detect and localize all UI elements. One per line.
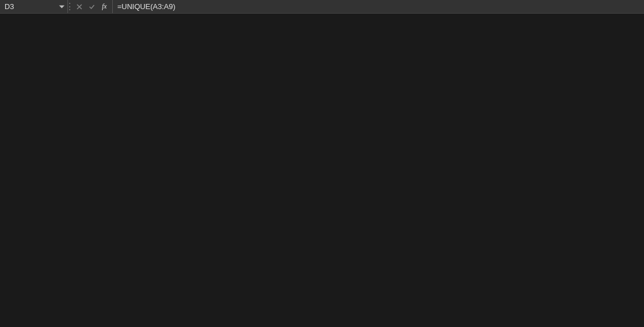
formula-bar: D3 ⋮ fx =UNIQUE(A3:A9) [0,0,644,14]
name-box-value: D3 [2,2,58,11]
formula-bar-buttons: fx [71,0,113,13]
cancel-icon[interactable] [76,3,83,10]
name-box[interactable]: D3 [0,0,68,13]
fx-icon[interactable]: fx [101,3,108,10]
chevron-down-icon [58,3,65,10]
formula-input[interactable]: =UNIQUE(A3:A9) [113,0,644,13]
enter-icon[interactable] [88,3,95,10]
